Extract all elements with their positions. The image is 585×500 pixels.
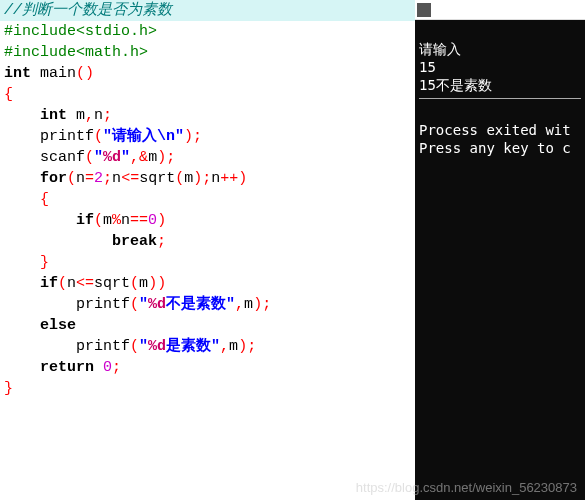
code-editor[interactable]: //判断一个数是否为素数 #include<stdio.h> #include<… [0,0,415,500]
code-line: printf("%d不是素数",m); [0,294,415,315]
console-output[interactable]: 请输入 15 15不是素数 Process exited wit Press a… [415,20,585,177]
code-line: printf("请输入\n"); [0,126,415,147]
code-line: { [0,189,415,210]
console-line: Process exited wit [419,122,571,138]
console-window: 请输入 15 15不是素数 Process exited wit Press a… [415,0,585,500]
code-line: scanf("%d",&m); [0,147,415,168]
code-line: break; [0,231,415,252]
code-line: #include<math.h> [0,42,415,63]
console-separator [419,98,581,99]
code-line: int main() [0,63,415,84]
code-line: { [0,84,415,105]
watermark-text: https://blog.csdn.net/weixin_56230873 [356,480,577,495]
console-icon [417,3,431,17]
code-line: #include<stdio.h> [0,21,415,42]
code-line: //判断一个数是否为素数 [0,0,415,21]
preproc-text: #include<stdio.h> [4,23,157,40]
console-line: Press any key to c [419,140,571,156]
code-line: } [0,378,415,399]
code-line: return 0; [0,357,415,378]
preproc-text: #include<math.h> [4,44,148,61]
code-line: for(n=2;n<=sqrt(m);n++) [0,168,415,189]
code-line: if(m%n==0) [0,210,415,231]
code-line: printf("%d是素数",m); [0,336,415,357]
console-line: 15不是素数 [419,77,492,93]
code-line: } [0,252,415,273]
code-line: else [0,315,415,336]
code-line: if(n<=sqrt(m)) [0,273,415,294]
code-line: int m,n; [0,105,415,126]
console-title-bar[interactable] [415,0,585,20]
console-line: 15 [419,59,436,75]
console-line: 请输入 [419,41,461,57]
comment-text: //判断一个数是否为素数 [4,2,172,19]
